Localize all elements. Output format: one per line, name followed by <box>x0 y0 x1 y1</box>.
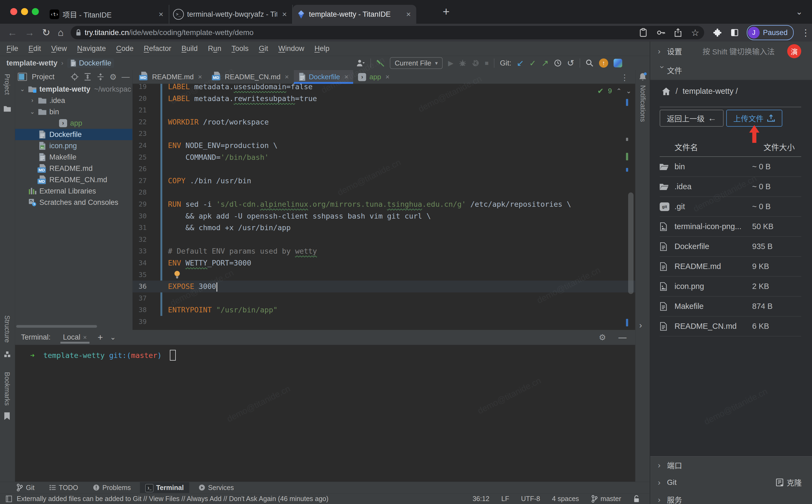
update-available-icon[interactable]: ↑ <box>599 58 608 68</box>
new-tab-button[interactable]: + <box>443 5 450 18</box>
tree-row-external-libraries[interactable]: External Libraries <box>15 185 132 197</box>
close-icon[interactable]: × <box>285 73 289 81</box>
file-row-bin[interactable]: bin~ 0 B <box>660 157 801 177</box>
stripe-notifications-label[interactable]: Notifications <box>639 85 647 122</box>
tree-row-makefile[interactable]: Makefile <box>15 151 132 163</box>
browser-menu-icon[interactable]: ⋮ <box>801 27 810 38</box>
file-encoding[interactable]: UTF-8 <box>521 495 540 503</box>
panel-expander-chevron-icon[interactable]: › <box>639 320 642 330</box>
section-row-端口[interactable]: ›端口 <box>650 457 812 474</box>
horizontal-scrollbar[interactable] <box>16 325 97 328</box>
collapse-all-icon[interactable] <box>97 73 105 81</box>
file-row--idea[interactable]: .idea~ 0 B <box>660 177 801 197</box>
code-line-36[interactable]: 36EXPOSE 3000 <box>133 281 635 292</box>
tree-row-readme-cn-md[interactable]: MDREADME_CN.md <box>15 174 132 185</box>
close-window-button[interactable] <box>10 8 17 15</box>
window-layout-icon[interactable] <box>5 495 13 503</box>
tab-search-chevron-icon[interactable]: ⌄ <box>796 7 803 16</box>
code-line-23[interactable]: 23 <box>133 128 635 140</box>
search-icon[interactable] <box>586 59 594 67</box>
editor-tab-options-icon[interactable]: ⋮ <box>621 73 629 82</box>
run-icon[interactable]: ▶ <box>448 59 453 67</box>
terminal-minimize-icon[interactable]: — <box>618 333 627 342</box>
menu-window[interactable]: Window <box>278 44 304 53</box>
close-tab-icon[interactable]: × <box>280 10 288 19</box>
code-line-25[interactable]: 25 COMMAND='/bin/bash' <box>133 151 635 163</box>
files-section-row[interactable]: › 文件 <box>650 61 812 80</box>
expand-all-icon[interactable] <box>84 73 92 81</box>
project-panel-title[interactable]: Project <box>32 73 54 81</box>
share-icon[interactable] <box>674 28 682 37</box>
toolwindow-button-terminal[interactable]: ❯_Terminal <box>140 482 189 493</box>
tree-row-readme-md[interactable]: MDREADME.md <box>15 163 132 174</box>
close-icon[interactable]: × <box>198 73 202 81</box>
profile-button[interactable]: J Paused <box>747 25 794 40</box>
close-tab-icon[interactable]: × <box>157 10 165 19</box>
menu-run[interactable]: Run <box>208 44 221 53</box>
code-line-39[interactable]: 39 <box>133 316 635 328</box>
git-branch-widget[interactable]: master <box>591 495 621 503</box>
back-icon[interactable]: ← <box>8 27 17 38</box>
url-bar[interactable]: try.titanide.cn/ide/web/coding/template-… <box>71 26 704 39</box>
terminal-output[interactable]: ➜ template-wetty git:(master) <box>15 345 635 482</box>
forward-icon[interactable]: → <box>25 27 35 38</box>
settings-gear-icon[interactable]: ⚙ <box>109 72 117 82</box>
unlock-icon[interactable] <box>633 495 640 503</box>
tree-row-app[interactable]: ›app <box>15 118 132 129</box>
breadcrumb-project[interactable]: template-wetty <box>6 59 57 67</box>
clone-button[interactable]: 克隆 <box>775 477 802 488</box>
url-host[interactable]: try.titanide.cn <box>85 28 129 37</box>
bookmark-star-icon[interactable]: ☆ <box>691 27 699 38</box>
menu-view[interactable]: View <box>51 44 67 53</box>
prev-problem-icon[interactable]: ⌃ <box>616 87 622 95</box>
terminal-dropdown-icon[interactable]: ⌄ <box>110 333 116 341</box>
go-up-directory-button[interactable]: 返回上一级← <box>660 110 724 127</box>
coverage-icon[interactable] <box>472 59 479 67</box>
menu-help[interactable]: Help <box>314 44 329 53</box>
indent-style[interactable]: 4 spaces <box>552 495 579 503</box>
next-problem-icon[interactable]: ⌄ <box>626 87 631 95</box>
editor-scrollbar[interactable] <box>628 192 634 294</box>
notifications-bell-icon[interactable] <box>638 72 647 81</box>
code-line-32[interactable]: 32 <box>133 234 635 246</box>
locate-file-icon[interactable] <box>71 73 79 81</box>
section-row-服务[interactable]: ›服务 <box>650 491 812 504</box>
menu-code[interactable]: Code <box>116 44 134 53</box>
debug-icon[interactable] <box>459 59 466 67</box>
stripe-bookmarks-label[interactable]: Bookmarks <box>3 372 11 406</box>
editor-tab-readme-cn-md[interactable]: MDREADME_CN.md× <box>207 70 294 84</box>
menu-navigate[interactable]: Navigate <box>77 44 106 53</box>
clipboard-icon[interactable] <box>639 28 647 37</box>
editor-body[interactable]: 19LABEL metadata.usesubdomain=false20LAB… <box>133 84 635 330</box>
stripe-structure-label[interactable]: Structure <box>3 315 11 343</box>
history-icon[interactable] <box>554 59 562 67</box>
inspections-widget[interactable]: ✔ 9 ⌃ ⌄ <box>597 87 631 95</box>
new-terminal-icon[interactable]: + <box>98 332 103 343</box>
close-tab-icon[interactable]: × <box>404 10 412 19</box>
file-row-readme-cn-md[interactable]: README_CN.md6 KB <box>660 316 801 336</box>
size-column-header[interactable]: 文件大小 <box>763 141 812 153</box>
code-line-33[interactable]: 33# Default ENV params used by wetty <box>133 245 635 257</box>
current-directory[interactable]: template-wetty / <box>683 87 738 96</box>
git-push-icon[interactable]: ↗ <box>541 58 549 68</box>
home-icon[interactable] <box>662 87 671 96</box>
section-row-git[interactable]: ›Git克隆 <box>650 474 812 491</box>
toolwindow-button-todo[interactable]: TODO <box>44 482 84 493</box>
home-icon[interactable]: ⌂ <box>58 27 64 38</box>
toolwindow-button-services[interactable]: Services <box>193 482 239 493</box>
menu-file[interactable]: File <box>6 44 18 53</box>
minimize-window-button[interactable] <box>21 8 28 15</box>
terminal-settings-gear-icon[interactable]: ⚙ <box>599 333 606 342</box>
close-icon[interactable]: × <box>344 73 348 81</box>
toolwindow-button-problems[interactable]: Problems <box>87 482 136 493</box>
git-update-icon[interactable]: ↙ <box>517 58 524 68</box>
browser-tab[interactable]: template-wetty - TitanIDE× <box>293 5 416 24</box>
status-message[interactable]: Externally added files can be added to G… <box>17 495 328 503</box>
sidebar-toggle-icon[interactable] <box>731 29 739 37</box>
tree-row-dockerfile[interactable]: Dockerfile <box>15 129 132 140</box>
code-line-19[interactable]: 19LABEL metadata.usesubdomain=false <box>133 84 635 93</box>
name-column-header[interactable]: 文件名 <box>675 141 763 153</box>
reload-icon[interactable]: ↻ <box>42 27 50 38</box>
run-config-dropdown[interactable]: Current File▾ <box>390 57 443 69</box>
file-row-terminal-icon-png-[interactable]: terminal-icon-png...50 KB <box>660 217 801 237</box>
